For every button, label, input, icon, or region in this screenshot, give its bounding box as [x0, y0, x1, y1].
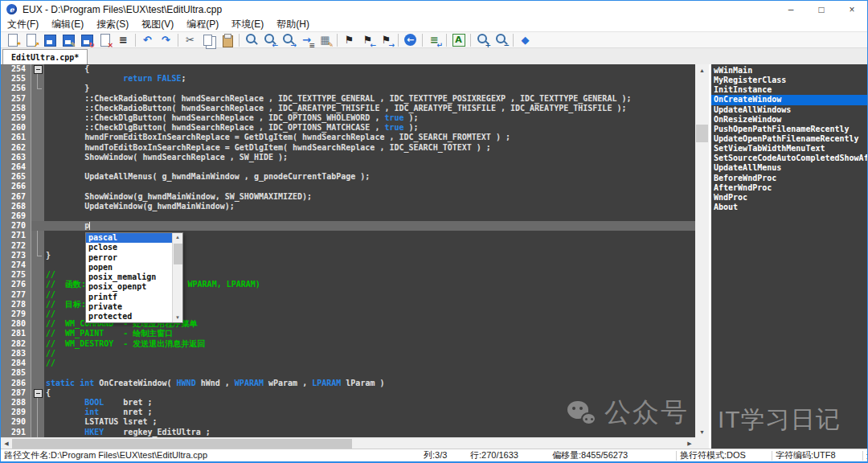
- next-bookmark-button[interactable]: ⚑→: [378, 32, 395, 47]
- fold-marker-icon[interactable]: [31, 388, 44, 398]
- autocomplete-item[interactable]: pclose: [86, 243, 172, 252]
- scrollbar-thumb[interactable]: [174, 244, 182, 264]
- prev-bookmark-button[interactable]: ⚑←: [359, 32, 376, 47]
- scrollbar-thumb[interactable]: [696, 125, 708, 142]
- new-file-button[interactable]: *: [4, 32, 21, 47]
- function-list-item[interactable]: PushOpenPathFilenameRecently: [711, 125, 867, 134]
- scroll-down-icon[interactable]: ▼: [695, 426, 709, 437]
- menu-item-3[interactable]: 视图(V): [135, 18, 180, 31]
- code-line-270[interactable]: 270 p: [1, 221, 695, 231]
- undo-button[interactable]: ↶: [139, 32, 156, 47]
- code-line-259[interactable]: 259 ::CheckDlgButton( hwndSearchReplace …: [1, 113, 695, 123]
- find-button[interactable]: [243, 32, 260, 47]
- tab-editultra-cpp[interactable]: EditUltra.cpp*: [2, 49, 88, 64]
- code-line-261[interactable]: 261 hwndFromEditBoxInSearchReplace = Get…: [1, 133, 695, 142]
- code-line-260[interactable]: 260 ::CheckDlgButton( hwndSearchReplace …: [1, 123, 695, 133]
- syntax-highlight-button[interactable]: A: [450, 32, 467, 47]
- autocomplete-item[interactable]: perror: [86, 253, 172, 263]
- code-line-257[interactable]: 257 ::CheckRadioButton( hwndSearchReplac…: [1, 94, 695, 104]
- maximize-button[interactable]: □: [806, 1, 837, 18]
- open-file-button[interactable]: ↗: [23, 32, 39, 47]
- function-list-item[interactable]: UpdateAllMenus: [711, 163, 867, 173]
- function-list-item[interactable]: OnCreateWindow: [711, 95, 867, 104]
- save-file-as-button[interactable]: ✎: [59, 32, 76, 47]
- autocomplete-item[interactable]: posix_openpt: [86, 282, 172, 292]
- save-all-files-button[interactable]: ↻: [78, 32, 95, 47]
- goto-line-button[interactable]: →≡: [298, 32, 315, 47]
- cut-button[interactable]: ✂: [182, 32, 199, 47]
- code-line-286[interactable]: 286static int OnCreateWindow( HWND hWnd …: [1, 379, 695, 388]
- code-line-282[interactable]: 282// WM_DESTROY - 发送退出消息并返回: [1, 339, 695, 349]
- menu-item-0[interactable]: 文件(F): [1, 18, 45, 31]
- vertical-scrollbar[interactable]: ▲ ▼: [695, 64, 709, 437]
- menu-item-2[interactable]: 搜索(S): [90, 18, 135, 31]
- menu-item-1[interactable]: 编辑(E): [45, 18, 90, 31]
- autocomplete-item[interactable]: private: [86, 302, 172, 312]
- about-button[interactable]: ◆: [517, 32, 534, 47]
- menu-item-6[interactable]: 帮助(H): [270, 18, 316, 31]
- scroll-left-icon[interactable]: ◀: [1, 438, 12, 449]
- code-line-255[interactable]: 255 return FALSE;: [1, 74, 695, 84]
- function-list-item[interactable]: UpdateAllWindows: [711, 105, 867, 115]
- code-line-269[interactable]: 269: [1, 211, 695, 221]
- scroll-up-icon[interactable]: ▲: [173, 233, 182, 242]
- zoom-in-button[interactable]: +: [474, 32, 491, 47]
- line-endings-button[interactable]: ≡↵: [426, 32, 443, 47]
- paste-button[interactable]: [219, 32, 235, 47]
- function-list-item[interactable]: MyRegisterClass: [711, 76, 867, 85]
- code-line-256[interactable]: 256 }: [1, 84, 695, 93]
- autocomplete-item[interactable]: protected: [86, 312, 172, 322]
- autocomplete-item[interactable]: printf: [86, 293, 172, 302]
- hex-view-button[interactable]: ≡: [115, 32, 132, 47]
- code-line-265[interactable]: 265 UpdateAllMenus( g_hwndMainWindow , g…: [1, 172, 695, 182]
- autocomplete-item[interactable]: posix_memalign: [86, 272, 172, 282]
- horizontal-scrollbar[interactable]: ◀ ▶: [1, 437, 695, 449]
- scrollbar-thumb[interactable]: [12, 439, 352, 449]
- close-button[interactable]: ×: [837, 1, 867, 18]
- code-line-283[interactable]: 283//: [1, 349, 695, 359]
- find-prev-button[interactable]: ←: [261, 32, 278, 47]
- autocomplete-scrollbar[interactable]: ▲ ▼: [172, 233, 182, 322]
- replace-button[interactable]: ▦✎: [317, 32, 334, 47]
- code-line-264[interactable]: 264: [1, 162, 695, 172]
- scroll-right-icon[interactable]: ▶: [684, 438, 695, 449]
- scroll-down-icon[interactable]: ▼: [173, 313, 182, 322]
- line-number: 276: [1, 280, 31, 289]
- code-line-285[interactable]: 285: [1, 368, 695, 378]
- function-list-item[interactable]: SetSourceCodeAutoCompletedShowAf: [711, 154, 867, 163]
- code-line-284[interactable]: 284//: [1, 359, 695, 368]
- autocomplete-item[interactable]: pascal: [86, 233, 172, 243]
- bookmark-button[interactable]: ⚑: [341, 32, 358, 47]
- code-line-281[interactable]: 281// WM_PAINT - 绘制主窗口: [1, 329, 695, 338]
- code-line-263[interactable]: 263 ShowWindow( hwndSearchReplace , SW_H…: [1, 153, 695, 162]
- redo-button[interactable]: ↷: [158, 32, 174, 47]
- navigate-back-button[interactable]: ←: [402, 32, 419, 47]
- function-list-item[interactable]: BeforeWndProc: [711, 174, 867, 183]
- menu-item-5[interactable]: 环境(E): [225, 18, 270, 31]
- code-line-258[interactable]: 258 ::CheckRadioButton( hwndSearchReplac…: [1, 104, 695, 113]
- zoom-out-button[interactable]: −: [493, 32, 510, 47]
- function-list-item[interactable]: UpdateOpenPathFilenameRecently: [711, 134, 867, 144]
- minimize-button[interactable]: –: [776, 1, 806, 18]
- close-file-button[interactable]: ×: [96, 32, 113, 47]
- fold-marker-icon[interactable]: [31, 64, 44, 74]
- code-editor[interactable]: 254 {255 return FALSE;256 }257 ::CheckRa…: [1, 64, 695, 449]
- function-list-item[interactable]: wWinMain: [711, 66, 867, 76]
- code-line-268[interactable]: 268 UpdateWindow(g_hwndMainWindow);: [1, 202, 695, 211]
- function-list-item[interactable]: WndProc: [711, 193, 867, 203]
- scroll-up-icon[interactable]: ▲: [695, 64, 709, 76]
- copy-button[interactable]: [200, 32, 217, 47]
- function-list-item[interactable]: OnResizeWindow: [711, 115, 867, 125]
- menu-item-4[interactable]: 编程(P): [180, 18, 225, 31]
- function-list-item[interactable]: SetViewTabWidthMenuText: [711, 144, 867, 154]
- code-line-266[interactable]: 266: [1, 182, 695, 191]
- function-list-item[interactable]: InitInstance: [711, 85, 867, 95]
- code-line-267[interactable]: 267 ShowWindow(g_hwndMainWindow, SW_SHOW…: [1, 192, 695, 202]
- save-file-button[interactable]: [41, 32, 58, 47]
- function-list-item[interactable]: About: [711, 203, 867, 212]
- code-line-254[interactable]: 254 {: [1, 64, 695, 74]
- find-next-button[interactable]: →: [280, 32, 297, 47]
- autocomplete-item[interactable]: popen: [86, 263, 172, 272]
- function-list-item[interactable]: AfterWndProc: [711, 183, 867, 193]
- code-line-262[interactable]: 262 hwndToEditBoxInSearchReplace = GetDl…: [1, 143, 695, 153]
